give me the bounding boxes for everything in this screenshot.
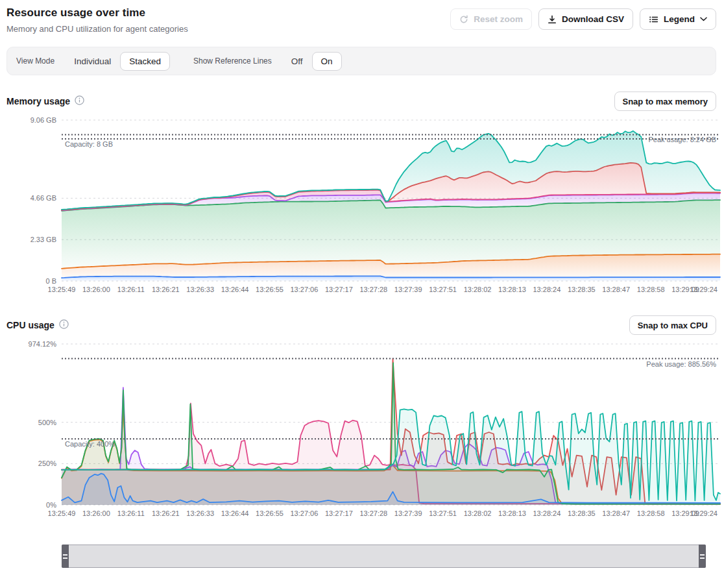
- x-tick-label: 13:26:55: [256, 509, 284, 517]
- x-tick-label: 13:27:17: [325, 286, 353, 293]
- dashboard: Resource usage over time Memory and CPU …: [0, 0, 724, 568]
- download-csv-label: Download CSV: [562, 14, 624, 24]
- chart-controls-bar: View Mode Individual Stacked Show Refere…: [6, 47, 716, 75]
- brush-handle-left[interactable]: [62, 545, 69, 568]
- x-tick-label: 13:28:13: [498, 509, 526, 517]
- y-tick-label: 250%: [38, 459, 56, 467]
- x-tick-label: 13:28:02: [464, 286, 492, 293]
- time-range-brush[interactable]: [62, 545, 706, 568]
- x-tick-label: 13:28:24: [533, 509, 561, 517]
- x-tick-label: 13:27:17: [325, 509, 353, 517]
- x-tick-label: 13:28:02: [464, 509, 492, 517]
- chevron-down-icon: [700, 17, 707, 21]
- x-tick-label: 13:26:33: [186, 509, 214, 517]
- info-icon[interactable]: [59, 319, 69, 331]
- memory-section-header: Memory usage Snap to max memory: [6, 92, 716, 111]
- cpu-section-title: CPU usage: [6, 320, 54, 330]
- cpu-chart[interactable]: 0%250%500%974.12%13:25:4913:26:0013:26:1…: [6, 336, 724, 521]
- reference-line-label: Peak usage: 885.56%: [646, 360, 716, 368]
- reference-lines-off[interactable]: Off: [282, 52, 312, 71]
- snap-max-memory-button[interactable]: Snap to max memory: [614, 92, 717, 111]
- x-tick-label: 13:27:51: [429, 509, 457, 517]
- header-text: Resource usage over time Memory and CPU …: [6, 6, 188, 34]
- x-tick-label: 13:26:44: [221, 286, 249, 293]
- x-tick-label: 13:27:28: [359, 509, 387, 517]
- reset-zoom-label: Reset zoom: [474, 14, 523, 24]
- x-tick-label: 13:28:58: [637, 509, 665, 517]
- x-tick-label: 13:26:00: [82, 509, 110, 517]
- x-tick-label: 13:27:28: [359, 286, 387, 293]
- snap-max-cpu-button[interactable]: Snap to max CPU: [629, 315, 716, 335]
- x-tick-label: 13:28:13: [498, 286, 526, 293]
- x-tick-label: 13:26:11: [117, 509, 145, 517]
- view-mode-individual[interactable]: Individual: [65, 52, 120, 71]
- brush-handle-right[interactable]: [699, 545, 706, 568]
- cpu-section-header: CPU usage Snap to max CPU: [6, 315, 716, 335]
- x-tick-label: 13:26:21: [152, 509, 180, 517]
- legend-list-icon: [649, 15, 658, 24]
- reset-zoom-button[interactable]: Reset zoom: [450, 8, 532, 30]
- x-tick-label: 13:27:06: [290, 509, 318, 517]
- page-title: Resource usage over time: [6, 6, 188, 19]
- legend-label: Legend: [664, 14, 695, 24]
- legend-dropdown-button[interactable]: Legend: [640, 8, 716, 30]
- x-tick-label: 13:28:47: [602, 509, 630, 517]
- memory-section-title: Memory usage: [6, 96, 70, 106]
- page-subtitle: Memory and CPU utilization for agent cat…: [6, 24, 188, 34]
- memory-chart[interactable]: 0 B2.33 GB4.66 GB9.06 GB13:25:4913:26:00…: [6, 112, 724, 297]
- x-tick-label: 13:26:44: [221, 509, 249, 517]
- x-tick-label: 13:27:06: [290, 286, 318, 293]
- reference-line-label: Capacity: 400%: [65, 440, 115, 448]
- view-mode-stacked[interactable]: Stacked: [120, 52, 170, 71]
- x-tick-label: 13:28:35: [568, 286, 596, 293]
- x-tick-label: 13:26:55: [256, 286, 284, 293]
- y-tick-label: 0%: [46, 501, 56, 509]
- x-tick-label: 13:29:24: [690, 286, 718, 293]
- y-tick-label: 4.66 GB: [30, 194, 56, 202]
- x-tick-label: 13:29:24: [690, 509, 718, 517]
- reference-lines-on[interactable]: On: [312, 52, 342, 71]
- page-header: Resource usage over time Memory and CPU …: [6, 6, 716, 34]
- cpu-section-title-row: CPU usage: [6, 319, 69, 331]
- y-tick-label: 500%: [38, 419, 56, 426]
- x-tick-label: 13:28:58: [637, 286, 665, 293]
- x-tick-label: 13:25:49: [48, 286, 76, 293]
- x-tick-label: 13:27:39: [394, 509, 422, 517]
- y-tick-label: 9.06 GB: [30, 116, 56, 124]
- y-tick-label: 0 B: [45, 277, 56, 285]
- download-csv-button[interactable]: Download CSV: [538, 8, 633, 30]
- toolbar: Reset zoom Download CSV Legend: [450, 6, 716, 30]
- x-tick-label: 13:27:39: [394, 286, 422, 293]
- time-range-brush-wrap: [62, 545, 706, 568]
- x-tick-label: 13:26:00: [82, 286, 110, 293]
- x-tick-label: 13:26:33: [186, 286, 214, 293]
- reset-icon: [459, 15, 468, 24]
- x-tick-label: 13:27:51: [429, 286, 457, 293]
- x-tick-label: 13:26:11: [117, 286, 145, 293]
- x-tick-label: 13:28:47: [602, 286, 630, 293]
- x-tick-label: 13:28:35: [568, 509, 596, 517]
- x-tick-label: 13:28:24: [533, 286, 561, 293]
- y-tick-label: 2.33 GB: [30, 236, 56, 243]
- info-icon[interactable]: [75, 95, 84, 107]
- download-icon: [548, 15, 557, 24]
- view-mode-label: View Mode: [16, 56, 54, 66]
- x-tick-label: 13:26:21: [152, 286, 180, 293]
- reference-line-label: Peak usage: 8.24 GB: [648, 136, 716, 143]
- x-tick-label: 13:25:49: [48, 509, 76, 517]
- reference-line-label: Capacity: 8 GB: [65, 140, 113, 148]
- memory-section-title-row: Memory usage: [6, 95, 84, 107]
- y-tick-label: 974.12%: [29, 340, 57, 348]
- reference-lines-label: Show Reference Lines: [193, 56, 272, 66]
